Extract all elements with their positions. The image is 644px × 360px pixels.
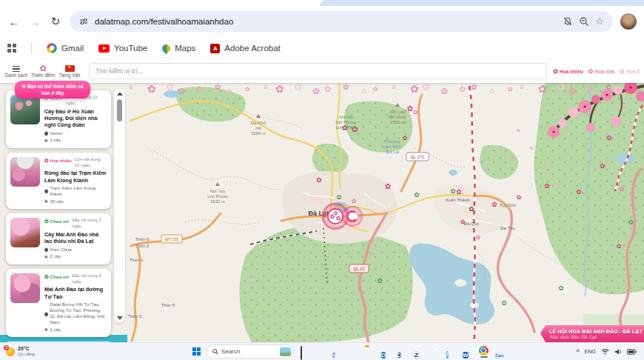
tune-icon[interactable]: [78, 16, 89, 27]
tray-expand-icon[interactable]: ^: [576, 348, 580, 355]
taskbar-search[interactable]: Search: [207, 344, 294, 359]
weather-badge: 3: [4, 345, 9, 350]
card-location: Xóm Chùa: [50, 247, 72, 253]
flower-icon: ✿: [553, 68, 558, 75]
outlook-icon[interactable]: O: [381, 347, 392, 357]
purple-app-icon[interactable]: ii: [332, 347, 343, 357]
flower-marker[interactable]: ✿: [617, 243, 622, 250]
zoom-out-icon[interactable]: [579, 16, 589, 27]
back-button[interactable]: ←: [7, 16, 21, 28]
flower-marker[interactable]: ✿: [414, 191, 420, 199]
tabstrip-new-tab-area[interactable]: [320, 0, 644, 6]
flower-marker[interactable]: ✿: [316, 176, 322, 184]
url-text[interactable]: dalatmap.com/festivalhoamaianhdao: [95, 17, 557, 26]
scrollbar-thumb[interactable]: [117, 99, 122, 121]
blossom-decoration: ✿: [166, 83, 174, 93]
location-pin-icon: [44, 312, 48, 316]
pond: [449, 170, 457, 176]
battery-icon[interactable]: [627, 349, 637, 355]
taskbar-search-label: Search: [221, 348, 277, 355]
flower-marker[interactable]: ✿: [544, 182, 550, 190]
flower-marker[interactable]: ✿: [403, 135, 408, 141]
list-menu-button[interactable]: Danh sách: [3, 64, 30, 79]
blossom-decoration: ✿: [538, 83, 547, 95]
flower-marker[interactable]: ✿: [352, 198, 357, 204]
bookmark-adobe[interactable]: A Adobe Acrobat: [210, 44, 280, 53]
notifications-blocked-icon[interactable]: [563, 16, 573, 27]
cluster-marker-secondary[interactable]: [343, 207, 362, 226]
flower-marker[interactable]: ✿: [385, 182, 391, 190]
start-button[interactable]: [192, 347, 201, 356]
apps-grid-icon[interactable]: [7, 44, 16, 53]
forward-button[interactable]: →: [28, 16, 41, 28]
flower-icon: ✿: [588, 68, 594, 75]
flower-marker[interactable]: ✿: [450, 187, 456, 195]
flower-icon: ✿: [334, 210, 338, 216]
blossom-decoration: ✿: [343, 83, 349, 91]
reload-button[interactable]: ↻: [49, 15, 62, 28]
blossom-decoration: ✿: [129, 84, 133, 90]
language-button[interactable]: Tiếng Việt: [56, 65, 83, 78]
chrome-taskbar-icon[interactable]: [479, 346, 489, 358]
result-card[interactable]: ✿ Chưa nở Sắp nở trong 1 ngày Cây Mai An…: [6, 213, 111, 264]
zalo-icon[interactable]: Zalo: [494, 347, 508, 357]
add-point-button[interactable]: ✿ Thêm điểm: [30, 64, 56, 78]
wifi-icon[interactable]: [601, 348, 609, 355]
flower-marker[interactable]: ✿: [606, 134, 612, 141]
legend-hoa-nhieu[interactable]: ✿ Hoa nhiều: [553, 68, 583, 75]
flower-marker[interactable]: ✿: [628, 219, 634, 226]
map-label: Phường: [383, 139, 400, 144]
scroll-up-icon[interactable]: [117, 92, 123, 96]
flower-marker[interactable]: ✿: [377, 277, 383, 284]
file-explorer-icon[interactable]: [365, 347, 375, 357]
youtube-taskbar-icon[interactable]: [430, 347, 440, 357]
edge-icon[interactable]: [349, 347, 359, 357]
word-icon[interactable]: W: [463, 347, 473, 357]
festival-banner: LỄ HỘI HOA MAI ANH ĐÀO - ĐÀ LẠT Mai Anh …: [540, 325, 644, 342]
z-app-icon[interactable]: Z: [414, 347, 424, 357]
flower-marker[interactable]: ✿: [469, 205, 474, 213]
copilot-icon[interactable]: [316, 347, 326, 357]
address-bar[interactable]: dalatmap.com/festivalhoamaianhdao ☆: [70, 11, 613, 32]
flower-marker[interactable]: ✿: [576, 188, 582, 196]
flower-marker[interactable]: ✿: [492, 201, 497, 208]
flower-marker[interactable]: ✿: [600, 162, 606, 170]
map-label: Thôn 3: [128, 314, 142, 319]
task-view-button[interactable]: [300, 347, 310, 357]
flower-marker[interactable]: ✿: [517, 194, 522, 201]
blossom-decoration: ✿: [489, 87, 495, 95]
map-label: hill: [255, 126, 261, 130]
result-card[interactable]: ✿ Hoa nhiều Còn nở trong 12 ngày Rừng đà…: [6, 153, 111, 210]
map-label: Tuy Sơn: [500, 203, 517, 207]
legend-hoa-vua[interactable]: ✿ Hoa vừa: [588, 68, 614, 75]
result-card[interactable]: ✿ Hoa ít Còn nở trong 12 ngày Cây Đào ở …: [6, 90, 111, 148]
scroll-down-icon[interactable]: [117, 316, 123, 320]
flower-marker[interactable]: ✿: [476, 234, 481, 241]
bookmark-maps[interactable]: Maps: [162, 44, 195, 53]
flower-marker[interactable]: ✿: [558, 284, 564, 292]
result-card[interactable]: ✿ Chưa nở Sắp nở trong 2 ngày Mai Anh Đà…: [6, 269, 111, 338]
location-search-input[interactable]: [89, 63, 547, 79]
tree-icon: ♣: [44, 326, 48, 333]
legend-hoa-it[interactable]: ✿ Hoa ít: [620, 68, 640, 75]
blossom-decoration: ✿: [324, 84, 331, 93]
peak-icon: [215, 182, 220, 186]
bookmark-gmail[interactable]: Gmail: [47, 43, 84, 53]
flower-marker[interactable]: ✿: [336, 193, 342, 201]
flower-marker[interactable]: ✿: [501, 299, 507, 307]
results-sidebar: ✿ Hoa ít Còn nở trong 12 ngày Cây Đào ở …: [6, 90, 111, 352]
bookmark-youtube[interactable]: YouTube: [98, 44, 147, 53]
facebook-icon[interactable]: f: [446, 347, 457, 357]
profile-avatar[interactable]: [620, 13, 637, 30]
weather-widget[interactable]: 3 20°C Có nắng: [0, 346, 124, 356]
maps-pin-icon: [161, 42, 172, 54]
menu-label: Danh sách: [5, 73, 28, 78]
dell-icon[interactable]: D: [398, 347, 408, 357]
bookmark-star-icon[interactable]: ☆: [595, 16, 604, 27]
flower-marker[interactable]: ✿: [413, 109, 418, 116]
volume-icon[interactable]: [614, 348, 622, 356]
flower-marker[interactable]: ✿: [456, 188, 462, 196]
input-language[interactable]: ENG: [585, 349, 596, 354]
flower-marker[interactable]: ✿: [620, 186, 625, 193]
sidebar-scrollbar[interactable]: [114, 89, 125, 323]
